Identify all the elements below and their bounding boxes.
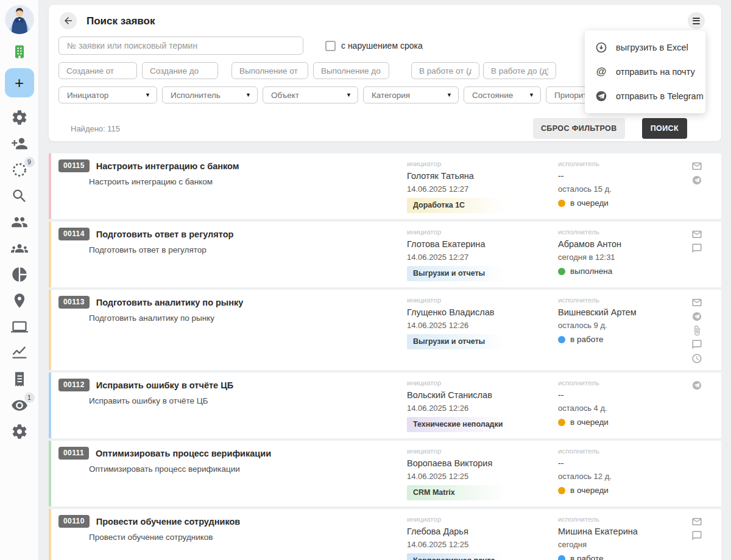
status-label: в работе <box>570 554 603 560</box>
initiator-dropdown[interactable]: Инициатор▼ <box>58 86 157 103</box>
download-circle-icon <box>595 41 607 54</box>
executor-label: исполнитель <box>558 516 690 523</box>
ticket-description: Провести обучение сотрудников <box>89 533 407 542</box>
status-dot <box>558 419 565 426</box>
search-button[interactable]: ПОИСК <box>642 118 687 139</box>
initiator-label: инициатор <box>407 296 558 304</box>
inwork-from-input[interactable] <box>411 62 479 79</box>
menu-item-export-excel[interactable]: выгрузить в Excel <box>585 35 705 60</box>
ticket-row[interactable]: 00114 Подготовить ответ в регулятор Подг… <box>49 222 721 287</box>
line-chart-icon[interactable] <box>11 345 28 362</box>
eye-icon[interactable]: 1 <box>11 397 28 414</box>
back-button[interactable] <box>60 12 77 29</box>
mail-icon[interactable] <box>691 297 702 308</box>
status-label: в очереди <box>570 198 609 208</box>
ticket-actions <box>690 296 704 364</box>
search-icon[interactable] <box>11 187 28 205</box>
initiator-label: инициатор <box>407 516 558 523</box>
chevron-down-icon: ▼ <box>245 92 251 98</box>
ticket-id-badge: 00113 <box>58 296 90 309</box>
chat-icon[interactable] <box>691 339 702 350</box>
ticket-row[interactable]: 00111 Оптимизировать процесс верификации… <box>49 441 721 506</box>
executor-dropdown[interactable]: Исполнитель▼ <box>162 86 258 103</box>
export-menu: выгрузить в Excel @ отправить на почту о… <box>585 30 705 113</box>
state-dropdown[interactable]: Состояние▼ <box>464 86 541 103</box>
deadline-text: осталось 4 д. <box>558 404 690 413</box>
ticket-actions <box>690 159 704 213</box>
company-building-icon[interactable] <box>11 43 28 60</box>
receipt-icon[interactable] <box>11 371 28 388</box>
ticket-actions <box>690 379 704 432</box>
ticket-description: Исправить ошибку в отчёте ЦБ <box>89 396 407 405</box>
mail-icon[interactable] <box>691 161 702 172</box>
done-from-input[interactable] <box>231 62 308 79</box>
ticket-description: Подготовить аналитику по рынку <box>89 313 407 323</box>
ticket-id-badge: 00110 <box>58 515 90 528</box>
status-badge: в очереди <box>558 486 690 495</box>
status-dot <box>558 268 565 275</box>
ticket-description: Оптимизировать процесс верификации <box>89 464 407 474</box>
category-tag: Доработка 1С <box>407 198 506 213</box>
mail-icon[interactable] <box>691 229 702 240</box>
telegram-icon[interactable] <box>691 380 702 391</box>
search-input[interactable] <box>58 37 303 55</box>
ticket-title: Оптимизировать процесс верификации <box>96 449 271 458</box>
ticket-row[interactable]: 00110 Провести обучение сотрудников Пров… <box>49 509 721 560</box>
ticket-id-badge: 00115 <box>58 159 90 172</box>
ticket-row[interactable]: 00112 Исправить ошибку в отчёте ЦБ Испра… <box>49 373 721 438</box>
overdue-checkbox-group[interactable]: с нарушением срока <box>325 41 423 51</box>
status-badge: выполнена <box>558 267 690 276</box>
created-from-input[interactable] <box>58 62 137 79</box>
status-label: в очереди <box>570 418 609 427</box>
done-to-input[interactable] <box>313 62 389 79</box>
overdue-checkbox[interactable] <box>325 41 336 51</box>
paperclip-icon[interactable] <box>691 325 702 336</box>
category-tag: Корпоративная почта <box>407 553 506 560</box>
deadline-text: осталось 9 д. <box>558 321 690 330</box>
location-pin-icon[interactable] <box>11 292 28 309</box>
telegram-icon[interactable] <box>691 311 702 322</box>
gear-icon[interactable] <box>11 109 28 126</box>
priority-stripe <box>49 153 51 219</box>
priority-stripe <box>49 509 51 560</box>
ticket-row[interactable]: 00113 Подготовить аналитику по рынку Под… <box>49 290 721 370</box>
deadline-text: сегодня в 12:31 <box>558 253 690 262</box>
executor-label: исполнитель <box>558 379 690 387</box>
created-to-input[interactable] <box>142 62 218 79</box>
inwork-to-input[interactable] <box>483 62 556 79</box>
priority-stripe <box>49 222 51 287</box>
executor-name: -- <box>558 390 690 400</box>
mail-icon[interactable] <box>691 516 702 527</box>
back-arrow-icon <box>63 15 74 26</box>
executor-label: исполнитель <box>558 296 690 304</box>
laptop-icon[interactable] <box>11 318 28 335</box>
progress-icon[interactable]: 9 <box>11 161 28 178</box>
pie-chart-icon[interactable] <box>11 266 28 283</box>
ticket-row[interactable]: 00115 Настроить интеграцию с банком Наст… <box>49 153 721 219</box>
created-date: 14.06.2025 12:27 <box>407 184 558 194</box>
groups-icon[interactable] <box>11 240 28 257</box>
menu-button[interactable] <box>688 12 705 29</box>
menu-item-send-email[interactable]: @ отправить на почту <box>585 60 705 84</box>
reset-filters-button[interactable]: СБРОС ФИЛЬТРОВ <box>533 118 625 139</box>
telegram-icon[interactable] <box>691 175 702 186</box>
category-tag: Технические неполадки <box>407 417 509 432</box>
chat-icon[interactable] <box>691 530 702 541</box>
settings-icon[interactable] <box>11 423 28 440</box>
user-avatar[interactable] <box>5 5 34 34</box>
people-icon[interactable] <box>11 214 28 231</box>
status-badge: в очереди <box>558 198 690 208</box>
person-add-icon[interactable] <box>11 135 28 152</box>
priority-stripe <box>49 373 51 438</box>
menu-item-send-telegram[interactable]: отправить в Telegram <box>585 84 705 108</box>
category-dropdown[interactable]: Категория▼ <box>363 86 459 103</box>
chat-icon[interactable] <box>691 243 702 254</box>
ticket-actions <box>690 515 704 560</box>
add-request-button[interactable]: + <box>5 68 34 97</box>
clock-icon[interactable] <box>691 353 702 364</box>
ticket-id-badge: 00112 <box>58 379 90 391</box>
initiator-name: Глебова Дарья <box>407 527 558 536</box>
executor-label: исполнитель <box>558 228 690 236</box>
ticket-list: 00115 Настроить интеграцию с банком Наст… <box>49 149 721 560</box>
object-dropdown[interactable]: Объект▼ <box>263 86 358 103</box>
